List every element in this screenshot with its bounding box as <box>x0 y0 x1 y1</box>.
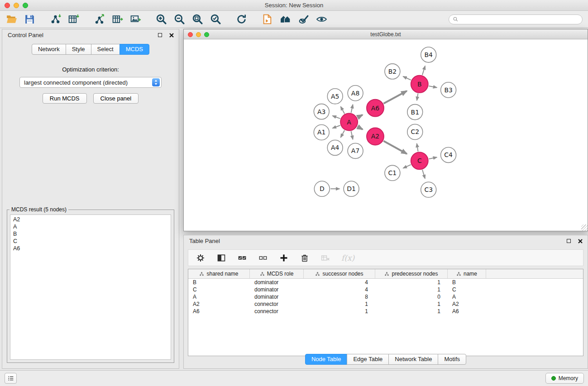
node-A3[interactable]: A3 <box>314 104 329 119</box>
function-builder-icon[interactable]: f(x) <box>341 253 354 263</box>
graphics-details-icon[interactable] <box>297 13 310 25</box>
import-network-icon[interactable] <box>49 13 62 25</box>
tab-select[interactable]: Select <box>91 44 120 55</box>
mcds-result-item[interactable]: B <box>10 230 171 238</box>
close-panel-button[interactable]: Close panel <box>93 93 139 104</box>
mcds-result-item[interactable]: A <box>10 223 171 230</box>
select-all-rows-icon[interactable] <box>237 253 247 263</box>
edge-A2-C[interactable] <box>383 141 406 154</box>
node-A4[interactable]: A4 <box>327 140 343 155</box>
tab-style[interactable]: Style <box>66 44 91 55</box>
network-window-titlebar[interactable]: testGlobe.txt <box>184 29 588 39</box>
tab-network-table[interactable]: Network Table <box>388 354 438 365</box>
edge-A-A6[interactable] <box>358 115 363 118</box>
zoom-selected-icon[interactable] <box>210 13 222 25</box>
node-B1[interactable]: B1 <box>407 105 423 120</box>
export-network-icon[interactable] <box>93 13 105 25</box>
save-session-icon[interactable] <box>24 13 36 25</box>
table-row[interactable]: Adominator80A <box>188 293 583 300</box>
table-row[interactable]: A6connector11A6 <box>188 308 583 315</box>
node-D[interactable]: D <box>314 181 330 196</box>
optimization-criterion-select[interactable]: largest connected component (directed) <box>19 77 162 88</box>
export-image-icon[interactable] <box>129 13 142 25</box>
node-A5[interactable]: A5 <box>327 89 343 104</box>
console-button[interactable] <box>5 373 17 384</box>
tab-network[interactable]: Network <box>32 44 66 55</box>
close-table-panel-icon[interactable] <box>577 238 583 244</box>
edge-A-A3[interactable] <box>333 116 340 119</box>
zoom-out-icon[interactable] <box>173 13 186 25</box>
node-C3[interactable]: C3 <box>421 182 436 197</box>
node-D1[interactable]: D1 <box>344 181 359 196</box>
network-canvas[interactable]: B4B2BB3A8A5A6A3B1AC2A1A2A4A7C4CC1C3DD1 <box>184 39 588 231</box>
edge-B-B4[interactable] <box>422 66 425 75</box>
zoom-in-icon[interactable] <box>155 13 167 25</box>
show-hide-icon[interactable] <box>316 13 328 25</box>
column-header-name[interactable]: name <box>448 269 486 278</box>
tab-mcds[interactable]: MCDS <box>120 44 149 55</box>
column-header-mcds-role[interactable]: MCDS role <box>250 269 304 278</box>
table-row[interactable]: Cdominator41C <box>188 286 583 293</box>
select-columns-icon[interactable] <box>216 253 226 263</box>
column-header-predecessor-nodes[interactable]: predecessor nodes <box>375 269 448 278</box>
tab-motifs[interactable]: Motifs <box>438 354 466 365</box>
edge-C-C3[interactable] <box>422 170 425 178</box>
node-A8[interactable]: A8 <box>348 86 363 101</box>
edge-A6-B[interactable] <box>383 91 406 104</box>
edge-C-C2[interactable] <box>417 143 418 152</box>
column-header-shared-name[interactable]: shared name <box>188 269 250 278</box>
import-table-icon[interactable] <box>67 13 80 25</box>
add-column-icon[interactable] <box>279 253 289 263</box>
open-session-icon[interactable] <box>5 13 18 25</box>
mcds-result-item[interactable]: A6 <box>10 245 171 252</box>
tab-edge-table[interactable]: Edge Table <box>347 354 389 365</box>
memory-button[interactable]: Memory <box>545 373 584 384</box>
network-minimize-button[interactable] <box>196 32 201 37</box>
table-row[interactable]: Bdominator41B <box>188 279 583 286</box>
mcds-result-item[interactable]: A2 <box>10 216 171 223</box>
node-C2[interactable]: C2 <box>407 124 423 140</box>
export-table-icon[interactable] <box>111 13 124 25</box>
tab-node-table[interactable]: Node Table <box>305 354 348 365</box>
edge-C-C4[interactable] <box>429 157 437 159</box>
run-mcds-button[interactable]: Run MCDS <box>43 93 87 104</box>
node-C[interactable]: C <box>411 152 428 169</box>
node-C1[interactable]: C1 <box>385 165 400 181</box>
zoom-fit-icon[interactable] <box>191 13 204 25</box>
deselect-all-rows-icon[interactable] <box>258 253 268 263</box>
annotation-icon[interactable] <box>261 13 273 25</box>
mcds-result-list[interactable]: A2ABCA6 <box>10 214 171 360</box>
column-header-successor-nodes[interactable]: successor nodes <box>304 269 375 278</box>
node-C4[interactable]: C4 <box>441 147 456 162</box>
window-resize-grip[interactable] <box>581 224 588 231</box>
edge-A-A8[interactable] <box>351 105 353 113</box>
edge-C-C1[interactable] <box>403 165 411 168</box>
node-A2[interactable]: A2 <box>367 128 384 145</box>
delete-table-icon[interactable] <box>320 253 330 263</box>
node-B2[interactable]: B2 <box>385 64 400 79</box>
node-A6[interactable]: A6 <box>367 100 384 117</box>
network-zoom-button[interactable] <box>204 32 209 37</box>
float-table-panel-icon[interactable] <box>566 238 572 244</box>
close-panel-icon[interactable] <box>168 32 174 38</box>
edge-A-A7[interactable] <box>351 131 353 139</box>
edge-B-B3[interactable] <box>429 86 437 88</box>
zoom-window-button[interactable] <box>23 3 28 8</box>
edge-B-B1[interactable] <box>417 93 418 100</box>
close-window-button[interactable] <box>5 3 10 8</box>
minimize-window-button[interactable] <box>14 3 19 8</box>
first-neighbors-icon[interactable] <box>279 13 292 25</box>
mcds-result-item[interactable]: C <box>10 238 171 245</box>
float-panel-icon[interactable] <box>157 32 163 38</box>
search-input[interactable] <box>460 16 578 23</box>
edge-A-A5[interactable] <box>341 106 345 114</box>
apply-layout-icon[interactable] <box>235 13 248 25</box>
node-A1[interactable]: A1 <box>314 125 329 140</box>
edge-A-A2[interactable] <box>357 127 363 129</box>
network-close-button[interactable] <box>188 32 193 37</box>
table-row[interactable]: A2connector11A2 <box>188 300 583 308</box>
node-B3[interactable]: B3 <box>441 82 456 98</box>
column-settings-icon[interactable] <box>196 253 206 263</box>
delete-column-icon[interactable] <box>300 253 310 263</box>
edge-A-A4[interactable] <box>341 130 345 138</box>
